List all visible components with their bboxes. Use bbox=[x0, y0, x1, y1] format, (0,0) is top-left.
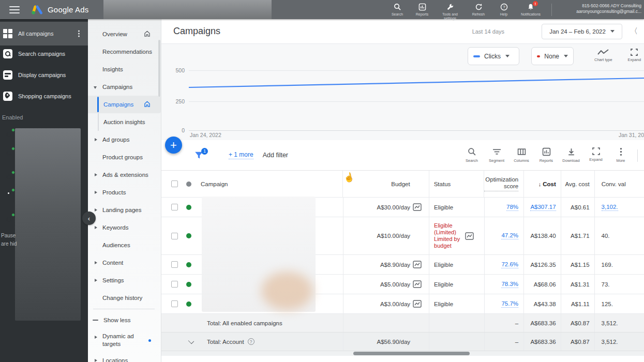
nav-item-content[interactable]: Content bbox=[88, 254, 161, 272]
google-ads-logo[interactable]: Google Ads bbox=[31, 5, 89, 15]
column-header-optimization-score[interactable]: Optimization score bbox=[484, 171, 524, 197]
column-header-avg-cost[interactable]: Avg. cost bbox=[561, 171, 595, 197]
tools-settings-button[interactable]: Tools and settings bbox=[435, 2, 466, 21]
enabled-campaign-shopping-icon[interactable] bbox=[4, 190, 13, 199]
chart-type-button[interactable]: Chart type bbox=[594, 49, 612, 62]
nav-item-overview[interactable]: Overview bbox=[88, 25, 161, 43]
columns-button[interactable]: Columns bbox=[509, 147, 534, 163]
bid-strategy-icon[interactable] bbox=[413, 203, 422, 211]
bid-strategy-icon[interactable] bbox=[413, 300, 422, 308]
nav-item-products[interactable]: Products bbox=[88, 184, 161, 201]
expand-chart-button[interactable]: Expand bbox=[628, 49, 641, 62]
reports-icon bbox=[542, 147, 551, 156]
bid-strategy-icon[interactable] bbox=[413, 261, 422, 268]
enabled-campaign-search-icon[interactable] bbox=[4, 172, 13, 182]
help-button[interactable]: ? Help bbox=[491, 2, 516, 17]
row-checkbox[interactable] bbox=[171, 281, 178, 288]
sidebar-item-display-campaigns[interactable]: Display campaigns bbox=[0, 64, 88, 85]
column-header-cost[interactable]: ↓ Cost bbox=[524, 171, 561, 197]
row-checkbox[interactable] bbox=[171, 300, 178, 307]
refresh-button[interactable]: Refresh bbox=[466, 2, 491, 17]
table-search-button[interactable]: Search bbox=[459, 147, 484, 163]
nav-item-change-history[interactable]: Change history bbox=[88, 289, 161, 307]
more-filters-link[interactable]: + 1 more bbox=[229, 151, 253, 159]
nav-item-locations[interactable]: Locations bbox=[88, 352, 161, 362]
metric-color-swatch bbox=[473, 55, 480, 57]
column-header-conv-value[interactable]: Conv. val bbox=[595, 171, 644, 197]
sidebar-item-search-campaigns[interactable]: Search campaigns bbox=[0, 43, 88, 64]
conv-value-link[interactable]: 3,102. bbox=[602, 204, 618, 211]
column-header-status[interactable]: Status bbox=[429, 171, 485, 197]
row-checkbox[interactable] bbox=[171, 204, 178, 210]
optimization-score-link[interactable]: 47.2% bbox=[501, 232, 518, 239]
date-range-picker[interactable]: Jan 24 – Feb 6, 2022 bbox=[542, 24, 622, 39]
nav-item-recommendations[interactable]: Recommendations bbox=[88, 43, 161, 61]
more-button[interactable]: More bbox=[608, 147, 633, 163]
segment-button[interactable]: Segment bbox=[484, 147, 509, 163]
collapse-panel-icon[interactable]: 〈 bbox=[630, 26, 638, 36]
optimization-score-link[interactable]: 75.7% bbox=[501, 300, 518, 308]
show-less-button[interactable]: Show less bbox=[88, 311, 161, 329]
column-header-budget[interactable]: Budget bbox=[343, 171, 429, 197]
menu-icon[interactable] bbox=[9, 6, 20, 13]
scrollbar-thumb[interactable] bbox=[353, 352, 470, 355]
reports-button[interactable]: Reports bbox=[410, 2, 435, 17]
enabled-campaign-search-icon[interactable] bbox=[4, 130, 13, 139]
cost-value: A$126.35 bbox=[530, 262, 556, 268]
expand-table-button[interactable]: Expand bbox=[583, 147, 608, 163]
optimization-score-link[interactable]: 78.3% bbox=[501, 281, 518, 288]
nav-item-auction-insights[interactable]: Auction insights bbox=[88, 113, 161, 131]
row-checkbox[interactable] bbox=[171, 261, 178, 268]
budget-value[interactable]: A$8.90/day bbox=[380, 262, 410, 268]
budget-value[interactable]: A$10.00/day bbox=[377, 233, 410, 239]
nav-scrollbar[interactable] bbox=[158, 40, 160, 97]
nav-item-campaigns[interactable]: Campaigns bbox=[88, 96, 161, 113]
nav-item-landing-pages[interactable]: Landing pages bbox=[88, 201, 161, 219]
metric-selector-secondary[interactable]: None bbox=[531, 47, 574, 65]
notifications-button[interactable]: ! Notifications bbox=[516, 2, 545, 17]
x-axis-tick-end: Jan 31, 202 bbox=[619, 132, 644, 138]
select-all-checkbox[interactable] bbox=[171, 180, 178, 187]
nav-item-ad-groups[interactable]: Ad groups bbox=[88, 131, 161, 148]
sidebar-item-shopping-campaigns[interactable]: Shopping campaigns bbox=[0, 85, 88, 107]
account-info[interactable]: 815-502-0066 ADY Consulting aaronyoungco… bbox=[576, 3, 641, 14]
cost-value: A$138.40 bbox=[530, 233, 556, 239]
chevron-down-icon bbox=[505, 55, 510, 57]
budget-value[interactable]: A$30.00/day bbox=[377, 204, 410, 210]
performance-chart: Clicks None Chart type Expand bbox=[161, 44, 644, 140]
nav-item-keywords[interactable]: Keywords bbox=[88, 219, 161, 236]
metric-selector-primary[interactable]: Clicks bbox=[468, 47, 519, 65]
nav-item-insights[interactable]: Insights bbox=[88, 61, 161, 78]
enabled-campaign-search-icon[interactable] bbox=[4, 148, 13, 158]
enabled-status-dot bbox=[11, 213, 15, 217]
new-campaign-button[interactable]: + bbox=[165, 137, 182, 154]
more-options-icon[interactable] bbox=[78, 29, 80, 38]
help-icon[interactable]: ? bbox=[248, 338, 254, 345]
nav-item-audiences[interactable]: Audiences bbox=[88, 236, 161, 254]
table-reports-button[interactable]: Reports bbox=[534, 147, 559, 163]
row-checkbox[interactable] bbox=[171, 233, 178, 239]
budget-value[interactable]: A$5.00/day bbox=[380, 281, 410, 288]
expand-total-chevron-icon[interactable] bbox=[188, 338, 194, 344]
status-value: Eligible bbox=[434, 204, 453, 210]
add-filter-button[interactable]: Add filter bbox=[263, 152, 288, 159]
budget-value[interactable]: A$3.00/day bbox=[380, 301, 410, 307]
sidebar-item-all-campaigns[interactable]: All campaigns bbox=[0, 22, 88, 46]
nav-item-campaigns-parent[interactable]: Campaigns bbox=[88, 78, 161, 96]
nav-item-ads-extensions[interactable]: Ads & extensions bbox=[88, 166, 161, 184]
nav-item-settings[interactable]: Settings bbox=[88, 272, 161, 289]
collapse-sidebar-button[interactable]: ‹ bbox=[82, 212, 96, 225]
nav-item-dynamic-ad-targets[interactable]: Dynamic ad targets bbox=[88, 329, 161, 352]
bid-strategy-icon[interactable] bbox=[465, 232, 474, 240]
bid-strategy-icon[interactable] bbox=[413, 280, 422, 288]
column-header-campaign[interactable]: Campaign bbox=[201, 181, 228, 187]
cost-link[interactable]: A$307.17 bbox=[530, 204, 556, 211]
optimization-score-link[interactable]: 78% bbox=[506, 204, 518, 211]
active-filters-button[interactable]: 1 bbox=[194, 150, 204, 160]
nav-item-product-groups[interactable]: Product groups bbox=[88, 148, 161, 166]
download-button[interactable]: Download bbox=[559, 147, 583, 163]
search-button[interactable]: Search bbox=[385, 2, 410, 17]
status-filter-dot[interactable] bbox=[186, 182, 191, 187]
optimization-score-link[interactable]: 72.6% bbox=[501, 261, 518, 268]
enabled-campaign-search-icon[interactable] bbox=[4, 215, 13, 224]
